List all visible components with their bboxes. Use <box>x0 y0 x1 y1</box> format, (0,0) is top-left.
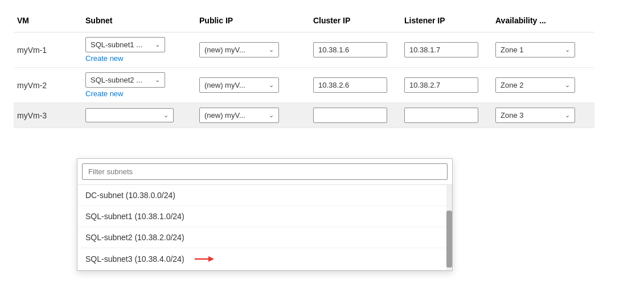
subnet-option-0[interactable]: DC-subnet (10.38.0.0/24) <box>77 185 452 206</box>
selection-arrow-icon <box>195 254 215 264</box>
create-new-link-1[interactable]: Create new <box>85 54 165 63</box>
availability-dropdown-2[interactable]: Zone 2 ⌄ <box>495 77 575 93</box>
vm-label-1: myVm-1 <box>17 46 47 55</box>
public-ip-wrap-1: (new) myV... ⌄ <box>199 42 279 57</box>
subnet-wrap-2: SQL-subnet2 ... ⌄ Create new <box>85 72 165 98</box>
chevron-down-icon: ⌄ <box>155 76 160 84</box>
availability-cell-1: Zone 1 ⌄ <box>492 32 594 68</box>
cluster-ip-cell-3 <box>310 103 401 128</box>
chevron-down-icon: ⌄ <box>269 112 274 119</box>
public-ip-dropdown-3[interactable]: (new) myV... ⌄ <box>199 108 279 123</box>
vm-name-cell-3: myVm-3 <box>14 103 82 128</box>
availability-value-2: Zone 2 <box>501 81 523 89</box>
filter-wrap <box>77 159 452 185</box>
listener-ip-input-3[interactable] <box>404 108 478 123</box>
create-new-link-2[interactable]: Create new <box>85 89 165 98</box>
public-ip-cell-3: (new) myV... ⌄ <box>196 103 310 128</box>
cluster-ip-cell-2 <box>310 68 401 103</box>
listener-ip-cell-1 <box>401 32 492 68</box>
public-ip-dropdown-2[interactable]: (new) myV... ⌄ <box>199 77 279 93</box>
subnet-cell-3: ⌄ <box>82 103 196 128</box>
subnet-wrap-1: SQL-subnet1 ... ⌄ Create new <box>85 37 165 63</box>
cluster-ip-cell-1 <box>310 32 401 68</box>
public-ip-value-3: (new) myV... <box>204 111 245 120</box>
scrollbar-track <box>446 185 452 270</box>
vm-name-cell-2: myVm-2 <box>14 68 82 103</box>
subnet-dropdown-1[interactable]: SQL-subnet1 ... ⌄ <box>85 37 165 52</box>
availability-dropdown-3[interactable]: Zone 3 ⌄ <box>495 108 575 123</box>
vm-name-cell-1: myVm-1 <box>14 32 82 68</box>
public-ip-cell-1: (new) myV... ⌄ <box>196 32 310 68</box>
listener-ip-input-2[interactable] <box>404 77 478 93</box>
public-ip-value-1: (new) myV... <box>204 46 245 54</box>
col-availability: Availability ... <box>492 11 594 32</box>
col-listener-ip: Listener IP <box>401 11 492 32</box>
cluster-ip-input-1[interactable] <box>313 42 387 57</box>
chevron-down-icon: ⌄ <box>269 81 274 89</box>
table-header-row: VM Subnet Public IP Cluster IP Listener … <box>14 11 630 32</box>
cluster-ip-input-2[interactable] <box>313 77 387 93</box>
chevron-down-icon: ⌄ <box>565 112 570 119</box>
subnet-option-3[interactable]: SQL-subnet3 (10.38.4.0/24) <box>77 248 452 270</box>
table-row-active: myVm-3 ⌄ (new) myV... ⌄ Zone 3 ⌄ <box>14 103 630 128</box>
subnet-option-1[interactable]: SQL-subnet1 (10.38.1.0/24) <box>77 206 452 227</box>
col-public-ip: Public IP <box>196 11 310 32</box>
subnet-dropdown-overlay: DC-subnet (10.38.0.0/24) SQL-subnet1 (10… <box>77 158 453 271</box>
subnet-cell-1: SQL-subnet1 ... ⌄ Create new <box>82 32 196 68</box>
vm-configuration-table: VM Subnet Public IP Cluster IP Listener … <box>0 0 644 296</box>
subnet-dropdown-3[interactable]: ⌄ <box>85 108 174 122</box>
vm-label-3: myVm-3 <box>17 111 47 120</box>
subnet-option-2[interactable]: SQL-subnet2 (10.38.2.0/24) <box>77 227 452 248</box>
cluster-ip-input-3[interactable] <box>313 108 387 123</box>
scrollbar-thumb[interactable] <box>446 211 452 268</box>
listener-ip-cell-2 <box>401 68 492 103</box>
availability-cell-3: Zone 3 ⌄ <box>492 103 594 128</box>
col-subnet: Subnet <box>82 11 196 32</box>
availability-value-3: Zone 3 <box>501 111 523 120</box>
filter-subnets-input[interactable] <box>82 163 448 180</box>
availability-value-1: Zone 1 <box>501 46 523 54</box>
subnet-value-2: SQL-subnet2 ... <box>91 76 142 84</box>
subnet-value-1: SQL-subnet1 ... <box>91 40 142 49</box>
listener-ip-cell-3 <box>401 103 492 128</box>
chevron-down-icon: ⌄ <box>155 41 160 48</box>
chevron-down-icon: ⌄ <box>163 112 169 119</box>
availability-dropdown-1[interactable]: Zone 1 ⌄ <box>495 42 575 57</box>
subnet-cell-2: SQL-subnet2 ... ⌄ Create new <box>82 68 196 103</box>
chevron-down-icon: ⌄ <box>269 46 274 54</box>
svg-marker-1 <box>208 256 214 262</box>
table-row: myVm-1 SQL-subnet1 ... ⌄ Create new (new… <box>14 32 630 68</box>
chevron-down-icon: ⌄ <box>565 81 570 89</box>
dropdown-list: DC-subnet (10.38.0.0/24) SQL-subnet1 (10… <box>77 185 452 270</box>
vm-label-2: myVm-2 <box>17 81 47 90</box>
col-vm: VM <box>14 11 82 32</box>
public-ip-cell-2: (new) myV... ⌄ <box>196 68 310 103</box>
col-cluster-ip: Cluster IP <box>310 11 401 32</box>
availability-cell-2: Zone 2 ⌄ <box>492 68 594 103</box>
public-ip-dropdown-1[interactable]: (new) myV... ⌄ <box>199 42 279 57</box>
table-row: myVm-2 SQL-subnet2 ... ⌄ Create new (new… <box>14 68 630 103</box>
public-ip-value-2: (new) myV... <box>204 81 245 89</box>
subnet-dropdown-2[interactable]: SQL-subnet2 ... ⌄ <box>85 72 165 88</box>
chevron-down-icon: ⌄ <box>565 46 570 54</box>
listener-ip-input-1[interactable] <box>404 42 478 57</box>
